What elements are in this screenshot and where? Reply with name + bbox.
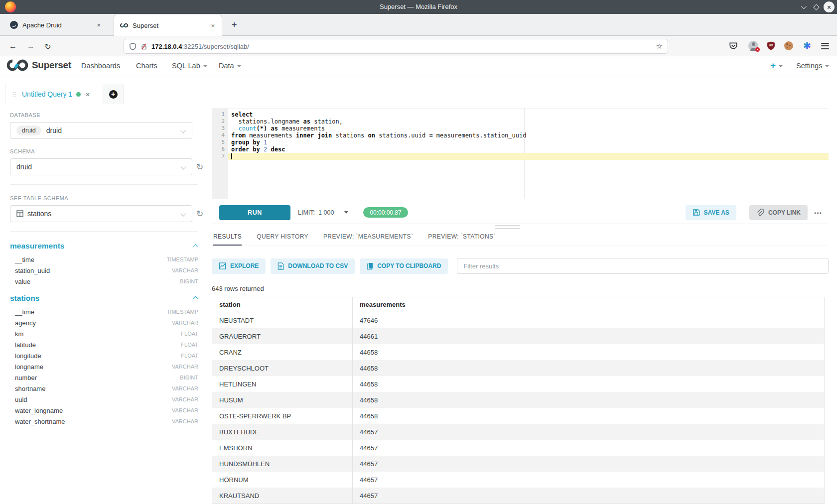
back-button[interactable]: ← [6, 39, 20, 53]
forward-button[interactable]: → [24, 39, 38, 53]
url-bar[interactable]: 172.18.0.4:32251/superset/sqllab/ ☆ [124, 39, 668, 54]
column-type: TIMESTAMP [167, 256, 198, 262]
menu-hamburger-icon[interactable] [820, 40, 831, 51]
cell-measurements: 44657 [353, 488, 824, 504]
query-tab-close-icon[interactable]: × [86, 91, 90, 98]
window-close-icon[interactable]: × [824, 1, 835, 12]
add-query-tab-button[interactable]: + [103, 84, 124, 104]
limit-value: 1 000 [318, 209, 334, 216]
superset-favicon [120, 21, 128, 29]
save-as-button[interactable]: SAVE AS [686, 205, 736, 220]
nav-sql-lab[interactable]: SQL Lab [172, 56, 207, 76]
database-value: druid [46, 126, 62, 134]
pocket-icon[interactable] [728, 40, 739, 51]
column-name: km [15, 330, 23, 338]
database-label: DATABASE [10, 112, 205, 118]
chevron-up-icon[interactable] [193, 244, 198, 250]
run-button[interactable]: RUN [219, 205, 290, 220]
window-titlebar: Superset — Mozilla Firefox × [0, 0, 837, 14]
chevron-down-icon [779, 65, 783, 67]
url-host: 172.18.0.4 [151, 43, 182, 50]
cell-measurements: 44657 [353, 424, 824, 440]
cell-station: EMSHÖRN [212, 440, 353, 456]
column-name: value [15, 278, 30, 285]
tab-close-icon[interactable]: × [96, 21, 102, 29]
browser-tab-apache-druid[interactable]: Apache Druid × [4, 14, 108, 36]
tab-preview-measurements[interactable]: PREVIEW: `MEASUREMENTS` [323, 233, 413, 246]
more-options-icon[interactable]: … [814, 206, 823, 216]
pane-resize-handle[interactable] [495, 225, 520, 229]
tab-title: Superset [133, 22, 210, 29]
copy-clipboard-button[interactable]: COPY TO CLIPBOARD [360, 258, 448, 274]
browser-toolbar: ← → ↻ 172.18.0.4:32251/superset/sqllab/ … [0, 36, 837, 56]
extension-asterisk-icon[interactable]: ✱ [802, 40, 813, 51]
table-section-title: measurements [10, 242, 64, 251]
tab-query-history[interactable]: QUERY HISTORY [257, 233, 308, 246]
measurements-columns: __time TIMESTAMP station_uuid VARCHAR va… [10, 254, 198, 287]
browser-tab-superset[interactable]: Superset × [114, 14, 222, 36]
cookie-extension-icon[interactable] [783, 40, 794, 51]
refresh-icon[interactable]: ↻ [196, 210, 203, 218]
tab-close-icon[interactable]: × [210, 22, 216, 29]
cell-measurements: 47646 [353, 312, 824, 328]
tracking-shield-icon[interactable] [129, 43, 137, 50]
nav-data[interactable]: Data [219, 56, 241, 76]
window-maximize-icon[interactable] [811, 2, 821, 12]
column-type: VARCHAR [172, 396, 198, 402]
tab-results[interactable]: RESULTS [213, 233, 242, 246]
column-row: km FLOAT [10, 328, 198, 339]
floppy-icon [693, 209, 700, 216]
table-section-measurements[interactable]: measurements [10, 242, 198, 251]
nav-add-button[interactable]: + [770, 56, 783, 76]
table-row: NEUSTADT 47646 [212, 312, 824, 328]
tab-preview-stations[interactable]: PREVIEW: `STATIONS` [428, 233, 496, 246]
column-type: VARCHAR [172, 407, 198, 413]
nav-charts[interactable]: Charts [136, 56, 157, 76]
refresh-icon[interactable]: ↻ [196, 163, 203, 171]
reload-button[interactable]: ↻ [41, 39, 55, 53]
account-extension-icon[interactable]: × [748, 40, 759, 51]
tab-title: Apache Druid [22, 21, 96, 29]
nav-dashboards[interactable]: Dashboards [81, 56, 120, 76]
ublock-icon[interactable]: UO [765, 40, 776, 51]
table-section-stations[interactable]: stations [10, 294, 198, 303]
sql-editor[interactable]: 1234567 select stations.longname as stat… [212, 108, 829, 199]
column-name: uuid [15, 396, 27, 403]
column-type: BIGINT [180, 375, 198, 380]
column-header-measurements[interactable]: measurements [353, 297, 824, 312]
superset-logo[interactable]: Superset [7, 59, 71, 72]
query-timer-badge: 00:00:00.87 [363, 207, 408, 218]
table-row: GRAUERORT 44661 [212, 328, 824, 344]
chart-icon [219, 262, 226, 269]
database-select[interactable]: druid druid [10, 122, 192, 139]
bookmark-star-icon[interactable]: ☆ [656, 42, 663, 51]
chevron-up-icon[interactable] [193, 296, 198, 302]
limit-dropdown[interactable]: LIMIT: 1 000 [298, 209, 348, 216]
divider [10, 184, 198, 185]
nav-settings[interactable]: Settings [796, 56, 829, 76]
window-title: Superset — Mozilla Firefox [0, 0, 837, 14]
window-menu-chevron-icon[interactable] [798, 2, 808, 12]
table-row: HUNDSMÜHLEN 44657 [212, 456, 824, 472]
column-row: __time TIMESTAMP [10, 306, 198, 317]
query-editor-tab[interactable]: ⋮ Untitled Query 1 × [5, 84, 103, 104]
copy-link-button[interactable]: COPY LINK [749, 205, 808, 220]
editor-code-lines[interactable]: select stations.longname as station, cou… [228, 109, 829, 199]
explore-button[interactable]: EXPLORE [212, 258, 266, 274]
column-row: water_shortname VARCHAR [10, 416, 198, 427]
table-select[interactable]: stations [10, 205, 192, 222]
new-tab-button[interactable]: + [227, 18, 241, 32]
download-csv-button[interactable]: DOWNLOAD TO CSV [271, 258, 355, 274]
table-row: DREYSCHLOOT 44658 [212, 360, 824, 376]
drag-handle-icon[interactable]: ⋮ [10, 91, 17, 98]
schema-select[interactable]: druid [10, 158, 192, 175]
csv-file-icon [278, 262, 284, 270]
column-type: FLOAT [181, 331, 198, 337]
filter-results-input[interactable] [457, 258, 829, 274]
table-row: CRANZ 44658 [212, 344, 824, 360]
column-header-station[interactable]: station [212, 297, 353, 312]
cell-station: CRANZ [212, 344, 353, 360]
insecure-lock-icon[interactable] [140, 43, 147, 50]
cell-station: GRAUERORT [212, 328, 353, 344]
database-pill: druid [16, 126, 41, 135]
